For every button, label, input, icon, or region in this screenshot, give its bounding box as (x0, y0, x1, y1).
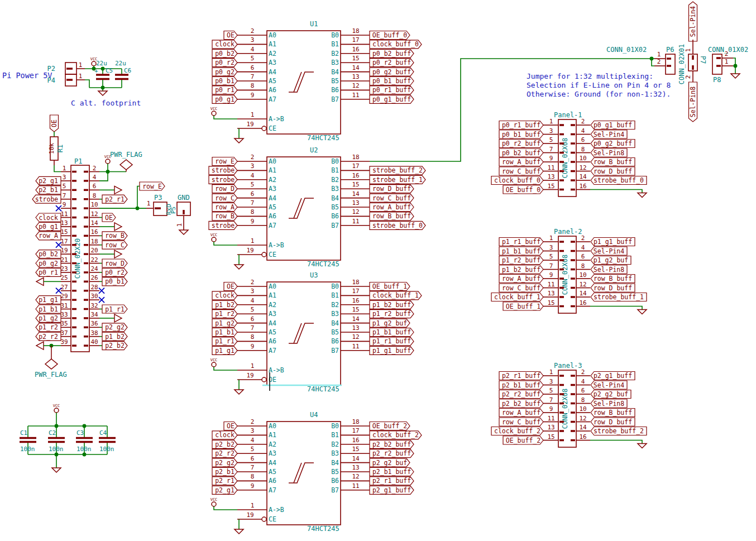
cap-ref[interactable]: C4 (99, 429, 107, 437)
pin-number: 8 (581, 146, 585, 153)
gnd-symbol[interactable] (235, 265, 243, 269)
resistor-ref[interactable]: R1 (56, 145, 64, 152)
pwr-flag-symbol[interactable] (120, 160, 132, 170)
chip-part[interactable]: 74HCT245 (307, 134, 339, 142)
vcc-symbol[interactable] (212, 111, 216, 116)
cap-value[interactable]: 100n (99, 446, 114, 453)
pin-number: 19 (246, 121, 253, 128)
sheet-arrow-right[interactable] (114, 250, 122, 258)
wire[interactable] (214, 367, 237, 370)
vcc-symbol[interactable] (54, 408, 59, 413)
pin-number: 2 (251, 279, 255, 286)
wire[interactable] (214, 242, 237, 245)
pwr-flag-label[interactable]: PWR_FLAG (35, 371, 67, 379)
connector-value[interactable]: CONN_01X02 (606, 46, 647, 54)
cap-value[interactable]: 22u (96, 60, 107, 67)
sheet-arrow-right[interactable] (114, 314, 122, 322)
pin-number: 38 (90, 329, 98, 337)
pin-name: B5 (331, 468, 339, 476)
resistor-value[interactable]: 10k (48, 143, 55, 154)
connector-ref[interactable]: P8 (713, 76, 721, 84)
pin-number: 14 (90, 219, 98, 227)
gnd-symbol[interactable] (98, 91, 107, 95)
gnd-symbol[interactable] (52, 468, 61, 472)
connector-ref[interactable]: Panel-2 (554, 228, 582, 236)
note-jumper-1[interactable]: Jumper for 1:32 multiplexing: (527, 72, 653, 80)
pin-number: 14 (352, 190, 360, 198)
sheet-arrow-right[interactable] (114, 223, 122, 231)
gnd-symbol[interactable] (731, 74, 740, 78)
connector-body-p6[interactable] (666, 54, 675, 74)
gnd-symbol[interactable] (179, 230, 188, 234)
cap-ref[interactable]: C3 (76, 429, 84, 437)
note-c-alt[interactable]: C alt. footprint (71, 99, 141, 107)
pin-number: 11 (352, 218, 359, 225)
chip-ref[interactable]: U2 (310, 146, 318, 154)
gnd-symbol[interactable] (235, 390, 243, 394)
cap-ref[interactable]: C6 (124, 67, 131, 74)
vcc-symbol[interactable] (212, 237, 216, 242)
wire[interactable] (590, 441, 642, 444)
net-label-text: row_B (215, 212, 235, 220)
connector-ref[interactable]: P2 (47, 65, 55, 73)
vcc-symbol[interactable] (212, 362, 216, 367)
pin-number: 15 (352, 55, 359, 62)
cap-value[interactable]: 100n (76, 446, 92, 453)
wire[interactable] (85, 80, 89, 88)
chip-part[interactable]: 74HCT245 (307, 385, 339, 393)
vcc-symbol[interactable] (92, 61, 96, 66)
wire[interactable] (214, 116, 237, 119)
gnd-symbol[interactable] (638, 444, 647, 448)
pin-number: 10 (90, 201, 98, 208)
connector-ref[interactable]: P4 (47, 76, 55, 84)
net-label-text: clock_buff_1 (494, 293, 540, 301)
chip-ref[interactable]: U1 (310, 20, 318, 28)
note-jumper-2[interactable]: Selection if E-Line on Pin 4 or 8 (527, 81, 671, 89)
connector-ref[interactable]: P6 (666, 46, 674, 54)
connector-ref[interactable]: P5 (170, 207, 177, 214)
gnd-symbol[interactable] (638, 193, 647, 198)
cap-ref[interactable]: C1 (20, 429, 27, 437)
net-label-text: row_D_buff (594, 284, 632, 292)
connector-ref[interactable]: Panel-1 (554, 111, 582, 119)
sheet-arrow-right[interactable] (114, 186, 122, 194)
pwr-flag-label[interactable]: PWR_FLAG (110, 151, 142, 159)
connector-value[interactable]: GND (178, 194, 190, 202)
chip-ref[interactable]: U4 (310, 411, 318, 419)
connector-ref[interactable]: P7 (699, 56, 707, 64)
wire[interactable] (54, 165, 61, 172)
cap-ref[interactable]: C5 (106, 67, 113, 74)
net-label-text: clock (215, 40, 235, 48)
pin-number: 27 (60, 284, 68, 291)
chip-ref[interactable]: U3 (310, 271, 318, 279)
connector-ref[interactable]: P3 (154, 194, 162, 202)
connector-ref[interactable]: Panel-3 (554, 362, 582, 370)
note-pi-power[interactable]: Pi Power 5V (2, 71, 52, 80)
net-label-text: strobe_buff_2 (594, 427, 644, 435)
cap-ref[interactable]: C2 (49, 429, 56, 437)
net-label-text: strobe_buff_0 (594, 176, 644, 184)
cap-value[interactable]: 100n (20, 446, 35, 453)
sheet-arrow-left[interactable] (36, 277, 44, 285)
vcc-symbol[interactable] (212, 502, 216, 506)
vcc-symbol[interactable] (106, 159, 110, 164)
connector-ref[interactable]: P1 (74, 157, 82, 165)
note-jumper-3[interactable]: Otherwise: Ground (for non-1:32). (527, 90, 671, 98)
net-label-text: clock_buff_0 (372, 40, 419, 48)
cap-value[interactable]: 22u (115, 60, 126, 67)
gnd-symbol[interactable] (235, 138, 243, 143)
chip-part[interactable]: 74HCT245 (307, 525, 339, 533)
chip-part[interactable]: 74HCT245 (307, 260, 339, 268)
net-label-text: p2_r1 (105, 195, 125, 203)
pin-number: 15 (352, 306, 359, 313)
net-label-text: row_C (105, 241, 125, 249)
gnd-symbol[interactable] (638, 310, 647, 314)
gnd-symbol[interactable] (235, 529, 243, 534)
wire[interactable] (214, 506, 237, 510)
wire[interactable] (590, 190, 642, 193)
sheet-arrow-left[interactable] (36, 342, 44, 350)
wire[interactable] (590, 307, 642, 310)
pwr-flag-symbol[interactable] (45, 359, 58, 369)
pin-name: A5 (269, 468, 276, 476)
cap-value[interactable]: 100n (49, 446, 64, 453)
